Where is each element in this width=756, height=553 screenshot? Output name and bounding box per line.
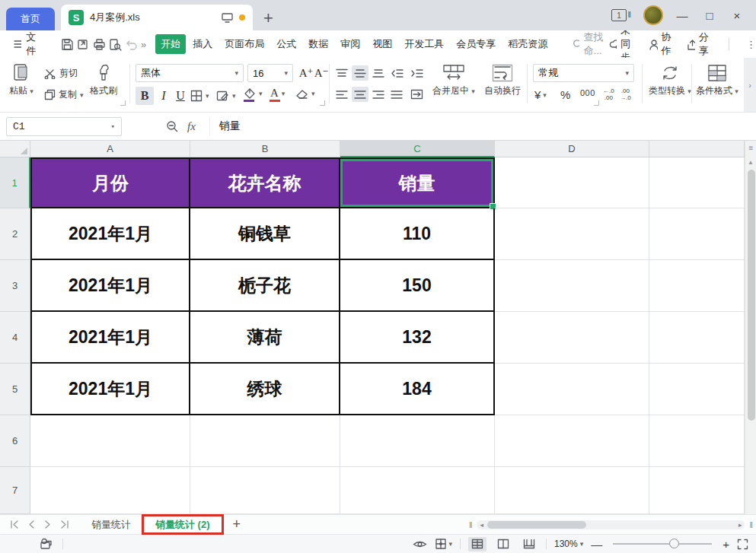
cell-e2[interactable] (649, 208, 745, 260)
align-left-icon[interactable] (333, 87, 350, 102)
more-options-icon[interactable]: ⋮ (746, 39, 756, 50)
ribbon-scroll-right-button[interactable]: › (744, 58, 756, 112)
cell-e1[interactable] (649, 157, 745, 208)
cut-button[interactable]: 剪切 (44, 67, 78, 80)
cell-e4[interactable] (649, 312, 745, 364)
file-menu-button[interactable]: 文件 (8, 30, 46, 58)
col-header-c[interactable]: C (340, 141, 495, 157)
paste-button[interactable]: 粘贴 ▾ (9, 62, 33, 97)
cell-a4[interactable]: 2021年1月 (30, 312, 190, 364)
window-manage-icon[interactable]: 1 (611, 9, 627, 21)
cell-e7[interactable] (649, 467, 745, 514)
home-button[interactable]: 首页 (6, 8, 55, 30)
first-sheet-icon[interactable] (9, 520, 19, 529)
merge-center-button[interactable]: 合并居中 ▾ (432, 64, 475, 97)
fill-color-button[interactable]: ▾ (244, 88, 263, 99)
new-tab-button[interactable]: + (263, 11, 273, 26)
cell-b6[interactable] (190, 415, 340, 467)
export-button[interactable] (77, 38, 90, 51)
sheet-tab-sales-stats-2-active[interactable]: 销量统计 (2) (143, 515, 222, 535)
close-button[interactable]: × (729, 9, 745, 22)
scrollbar-split-handle[interactable]: ‖ (749, 520, 753, 529)
align-center-icon[interactable] (352, 87, 368, 102)
tab-data[interactable]: 数据 (303, 34, 333, 54)
maximize-button[interactable]: □ (701, 9, 718, 22)
cell-b2[interactable]: 铜钱草 (190, 208, 340, 260)
document-tab[interactable]: S 4月案例.xls (61, 5, 253, 30)
font-name-select[interactable]: 黑体▾ (136, 64, 244, 82)
row-header-4[interactable]: 4 (0, 312, 30, 364)
cell-b3[interactable]: 栀子花 (190, 260, 340, 312)
decrease-indent-icon[interactable] (388, 65, 405, 81)
cell-d5[interactable] (495, 364, 649, 415)
name-box[interactable]: C1▾ (6, 117, 122, 136)
scroll-right-icon[interactable]: ▸ (738, 521, 742, 529)
tab-developer[interactable]: 开发工具 (399, 34, 449, 54)
cell-d7[interactable] (495, 467, 649, 514)
decrease-decimal-button[interactable]: .00→.0 (620, 87, 631, 101)
tab-review[interactable]: 审阅 (335, 34, 365, 54)
normal-view-button[interactable] (468, 537, 486, 551)
fullscreen-icon[interactable] (737, 539, 748, 550)
italic-button[interactable]: I (155, 87, 172, 105)
minimize-button[interactable]: — (674, 9, 691, 22)
page-break-view-button[interactable] (494, 537, 512, 551)
tab-split-handle[interactable]: ‖ (469, 520, 473, 529)
cell-e3[interactable] (649, 260, 745, 312)
row-header-6[interactable]: 6 (0, 415, 30, 467)
eye-protection-icon[interactable] (413, 539, 427, 549)
comma-style-button[interactable]: 000 (580, 88, 595, 97)
cell-c6[interactable] (340, 415, 495, 467)
zoom-slider[interactable] (613, 543, 712, 545)
eraser-button[interactable]: ▾ (295, 88, 315, 99)
cell-a7[interactable] (30, 467, 190, 514)
percent-button[interactable]: % (560, 88, 570, 101)
font-color-button[interactable]: A▾ (270, 87, 285, 100)
save-button[interactable] (61, 38, 74, 51)
align-bottom-icon[interactable] (370, 65, 387, 81)
wrap-text-button[interactable]: 自动换行 (484, 64, 521, 97)
zoom-in-button[interactable]: + (723, 538, 729, 551)
row-header-7[interactable]: 7 (0, 467, 30, 514)
formula-input[interactable]: 销量 (209, 117, 750, 136)
number-format-select[interactable]: 常规▾ (533, 64, 634, 82)
row-header-5[interactable]: 5 (0, 364, 30, 415)
copy-button[interactable]: 复制 ▾ (44, 88, 84, 101)
split-handle-icon[interactable]: ≡ (747, 144, 755, 152)
tab-view[interactable]: 视图 (367, 34, 397, 54)
tab-docer-resources[interactable]: 稻壳资源 (502, 34, 553, 54)
fx-icon[interactable]: fx (187, 120, 196, 133)
cell-d2[interactable] (495, 208, 649, 260)
row-header-3[interactable]: 3 (0, 260, 30, 312)
select-all-corner[interactable] (0, 141, 30, 157)
justify-icon[interactable] (388, 87, 405, 102)
cell-a6[interactable] (30, 415, 190, 467)
cell-b1[interactable]: 花卉名称 (190, 157, 340, 208)
highlight-mode-button[interactable]: ▾ (435, 538, 452, 550)
increase-decimal-button[interactable]: ←.0.00 (603, 87, 614, 101)
share-button[interactable]: 分享 (687, 30, 712, 58)
cell-b5[interactable]: 绣球 (190, 364, 340, 415)
increase-indent-icon[interactable] (408, 65, 425, 81)
cell-b4[interactable]: 薄荷 (190, 312, 340, 364)
cell-a3[interactable]: 2021年1月 (30, 260, 190, 312)
cell-style-button[interactable]: ▾ (216, 90, 236, 102)
monitor-icon[interactable] (222, 13, 233, 23)
tab-membership[interactable]: 会员专享 (451, 34, 501, 54)
bold-button[interactable]: B (136, 87, 154, 105)
align-middle-icon[interactable] (352, 65, 368, 81)
last-sheet-icon[interactable] (60, 520, 70, 529)
zoom-out-button[interactable]: — (591, 538, 602, 551)
add-sheet-button[interactable]: + (233, 516, 241, 532)
zoom-slider-thumb[interactable] (669, 539, 679, 548)
col-header-d[interactable]: D (495, 141, 649, 157)
cell-a1[interactable]: 月份 (30, 157, 190, 208)
cell-e5[interactable] (649, 364, 745, 415)
tab-formulas[interactable]: 公式 (271, 34, 301, 54)
cell-a5[interactable]: 2021年1月 (30, 364, 190, 415)
vertical-scrollbar[interactable]: ≡ ▲ (745, 141, 756, 514)
zoom-level-select[interactable]: 130%▾ (554, 539, 583, 549)
sheet-tab-sales-stats[interactable]: 销量统计 (79, 515, 143, 535)
tab-insert[interactable]: 插入 (187, 34, 218, 54)
more-commands-icon[interactable]: » (141, 39, 146, 50)
